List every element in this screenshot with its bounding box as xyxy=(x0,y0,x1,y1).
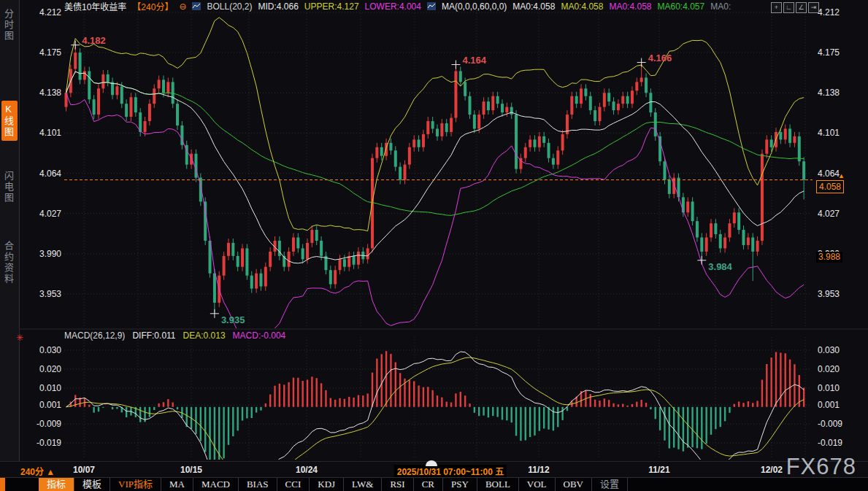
toolbar-item-12[interactable]: BOLL xyxy=(477,478,519,491)
time-label: 11/12 xyxy=(528,465,549,475)
candlestick-chart[interactable]: 4.2124.2124.1754.1754.1384.1384.1014.101… xyxy=(19,0,868,461)
svg-text:4.164: 4.164 xyxy=(462,55,486,66)
pan-icon[interactable]: + xyxy=(771,2,782,13)
svg-text:3.990: 3.990 xyxy=(39,249,61,259)
sidebar-tab-2[interactable]: 闪电图 xyxy=(1,168,18,206)
macd-value: MACD:-0.004 xyxy=(233,330,286,341)
svg-text:0.010: 0.010 xyxy=(818,383,840,393)
toolbar-item-9[interactable]: RSI xyxy=(382,478,413,491)
svg-text:0.001: 0.001 xyxy=(818,400,840,410)
chart-application: 分时图K线图闪电图合约资料 4.2124.2124.1754.1754.1384… xyxy=(0,0,868,491)
boll-name: BOLL(20,2) xyxy=(207,1,252,12)
indicator-header: 美债10年收益率 【240分】 ⊖ BOLL(20,2) MID:4.066 U… xyxy=(64,1,731,12)
svg-text:4.182: 4.182 xyxy=(82,35,106,46)
svg-text:4.027: 4.027 xyxy=(39,209,61,219)
toolbar-item-3[interactable]: MA xyxy=(161,478,193,491)
sidebar-tab-3[interactable]: 合约资料 xyxy=(1,238,18,287)
toolbar-item-1[interactable]: 模板 xyxy=(74,478,110,491)
detach-icon[interactable]: ⇥ xyxy=(808,2,819,13)
time-label: 11/21 xyxy=(648,465,669,475)
toolbar-item-5[interactable]: BIAS xyxy=(239,478,277,491)
toolbar-item-14[interactable]: OBV xyxy=(556,478,592,491)
svg-text:-0.009: -0.009 xyxy=(37,419,61,429)
svg-text:4.138: 4.138 xyxy=(818,88,840,98)
ma0-magenta-value: MA0:4.058 xyxy=(609,1,651,12)
svg-text:4.101: 4.101 xyxy=(818,128,840,138)
boll-lower-value: LOWER:4.004 xyxy=(365,1,421,12)
price-up-arrow-icon: ▲ xyxy=(838,172,845,179)
toolbar-item-10[interactable]: CR xyxy=(414,478,443,491)
toolbar-item-4[interactable]: MACD xyxy=(193,478,239,491)
svg-text:-0.019: -0.019 xyxy=(818,438,842,448)
ma-name: MA(0,0,0,60,0,0) xyxy=(442,1,507,12)
time-label: 10/15 xyxy=(180,465,202,475)
toolbar-spacer xyxy=(5,478,39,491)
fit-vertical-icon[interactable]: ∟ xyxy=(783,2,794,13)
ma0-white-value: MA0:4.058 xyxy=(512,1,555,12)
timeframe-label[interactable]: 240分 ▲ xyxy=(20,465,55,477)
svg-text:0.030: 0.030 xyxy=(818,345,840,355)
svg-text:3.953: 3.953 xyxy=(39,289,61,299)
chart-tool-buttons: +∟∠⇥ xyxy=(771,2,819,13)
collapse-icon[interactable]: ⊖ xyxy=(179,1,186,12)
svg-text:4.064: 4.064 xyxy=(39,169,61,179)
svg-text:-0.019: -0.019 xyxy=(37,438,61,448)
svg-text:3.935: 3.935 xyxy=(221,314,245,325)
time-label: 10/07 xyxy=(73,465,95,475)
svg-text:4.175: 4.175 xyxy=(818,47,840,58)
svg-text:0.020: 0.020 xyxy=(818,364,840,374)
svg-text:3.984: 3.984 xyxy=(708,261,732,272)
boll-mid-value: MID:4.066 xyxy=(258,1,299,12)
toolbar-item-13[interactable]: VOL xyxy=(519,478,556,491)
macd-dea-value: DEA:0.013 xyxy=(183,330,226,341)
svg-text:-0.009: -0.009 xyxy=(818,419,842,429)
watermark: FX678 xyxy=(786,454,856,480)
svg-text:4.064: 4.064 xyxy=(818,169,840,179)
svg-text:4.101: 4.101 xyxy=(39,128,61,138)
time-label: 10/24 xyxy=(296,465,318,475)
toolbar-corner-marker xyxy=(0,478,5,491)
macd-header: MACD(26,12,9) DIFF:0.011 DEA:0.013 MACD:… xyxy=(64,330,285,341)
ma0-gray-label: MA0: xyxy=(710,1,731,12)
ma-indicator-icon xyxy=(427,2,436,10)
macd-diff-value: DIFF:0.011 xyxy=(132,330,175,341)
svg-text:4.027: 4.027 xyxy=(818,209,840,219)
svg-text:4.175: 4.175 xyxy=(39,47,61,58)
boll-upper-value: UPPER:4.127 xyxy=(304,1,359,12)
toolbar-item-0[interactable]: 指标 xyxy=(39,478,74,491)
ma0-yellow-value: MA0:4.058 xyxy=(561,1,603,12)
time-label-highlighted: 2025/10/31 07:00~11:00 五 xyxy=(394,465,507,477)
chart-area[interactable]: 4.2124.2124.1754.1754.1384.1384.1014.101… xyxy=(19,0,868,464)
svg-text:0.001: 0.001 xyxy=(39,400,61,410)
toolbar-item-2[interactable]: VIP指标 xyxy=(110,478,161,491)
toolbar-item-15[interactable]: 设置 xyxy=(592,478,628,491)
fit-horizontal-icon[interactable]: ∠ xyxy=(796,2,807,13)
svg-text:0.010: 0.010 xyxy=(39,383,61,393)
toolbar-item-7[interactable]: KDJ xyxy=(310,478,344,491)
toolbar-item-6[interactable]: CCI xyxy=(277,478,310,491)
last-price-badge: 4.058 xyxy=(816,180,844,193)
svg-text:0.030: 0.030 xyxy=(39,345,61,355)
time-label: 12/02 xyxy=(761,465,783,475)
toolbar-item-11[interactable]: PSY xyxy=(443,478,477,491)
svg-text:4.212: 4.212 xyxy=(39,7,61,18)
indicator-toolbar: 指标模板VIP指标MAMACDBIASCCIKDJLW&RSICRPSYBOLL… xyxy=(0,477,868,491)
svg-text:4.212: 4.212 xyxy=(818,7,840,18)
svg-text:4.138: 4.138 xyxy=(39,88,61,98)
secondary-price-badge: 3.988 xyxy=(816,252,842,263)
macd-marker-icon: ✳ xyxy=(16,333,23,343)
period-label: 【240分】 xyxy=(132,0,173,12)
page-title: 美债10年收益率 xyxy=(64,0,126,12)
boll-indicator-icon xyxy=(192,2,201,10)
sidebar-tab-1[interactable]: K线图 xyxy=(1,101,18,141)
macd-name: MACD(26,12,9) xyxy=(64,330,125,341)
ma60-green-value: MA60:4.057 xyxy=(657,1,704,12)
sidebar-tab-0[interactable]: 分时图 xyxy=(1,6,18,45)
svg-text:3.953: 3.953 xyxy=(818,289,840,299)
svg-text:0.020: 0.020 xyxy=(39,364,61,374)
sidebar: 分时图K线图闪电图合约资料 xyxy=(0,0,20,491)
svg-text:4.166: 4.166 xyxy=(648,53,672,63)
toolbar-item-8[interactable]: LW& xyxy=(344,478,382,491)
